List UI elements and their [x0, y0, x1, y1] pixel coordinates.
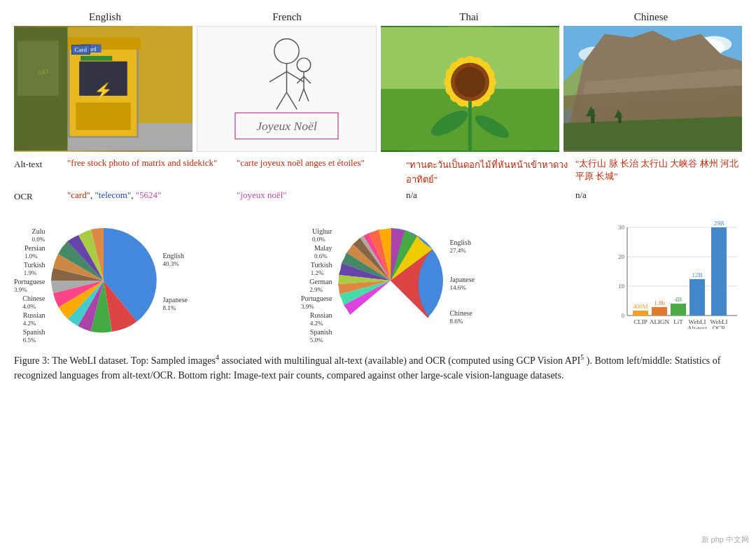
- svg-text:4B: 4B: [675, 296, 682, 303]
- svg-text:ALIGN: ALIGN: [650, 318, 669, 325]
- svg-rect-67: [633, 311, 648, 316]
- pie2-labels-right: English27.4% Japanese14.6% Chinese8.6%: [449, 239, 475, 325]
- alttext-cells: "free stock photo of matrix and sidekick…: [64, 157, 742, 187]
- pie2-label-russian: Russian4.2%: [310, 311, 332, 327]
- pie1-label-portuguese: Portuguese3.9%: [14, 278, 45, 293]
- page-container: English French Thai Chinese: [0, 0, 756, 395]
- alttext-label: Alt-text: [14, 157, 64, 170]
- watermark: 新 php 中文网: [701, 535, 749, 545]
- caption-prefix: Figure 3: The WebLI dataset. Top: Sample…: [14, 355, 216, 366]
- pie-chart-2: Uighur0.0% Malay0.6% Turkish1.2% German2…: [301, 220, 581, 344]
- pie2-label-german: German2.9%: [309, 278, 332, 293]
- pie2-label-english: English27.4%: [449, 239, 475, 255]
- svg-text:Card: Card: [85, 46, 96, 52]
- svg-text:29B: 29B: [713, 220, 724, 227]
- svg-text:20: 20: [618, 253, 625, 260]
- bottom-section: Zulu0.0% Persian1.0% Turkish1.9% Portugu…: [14, 220, 742, 344]
- ocr-row: OCR "card", "telecom", "5624" "joyeux no…: [14, 190, 742, 202]
- pie2-label-spanish: Spanish5.0%: [310, 328, 332, 344]
- svg-text:⚡: ⚡: [94, 82, 113, 100]
- pie1-label-zulu: Zulu0.0%: [32, 227, 46, 243]
- svg-text:12B: 12B: [692, 271, 702, 278]
- image-french: Joyeux Noël: [197, 26, 377, 152]
- pie2-labels-left: Uighur0.0% Malay0.6% Turkish1.2% German2…: [301, 220, 332, 344]
- pie2-label-malay: Malay0.6%: [314, 244, 332, 260]
- pie1-label-persian: Persian1.0%: [24, 244, 45, 260]
- svg-rect-73: [671, 304, 686, 316]
- lang-chinese: Chinese: [560, 11, 742, 23]
- svg-rect-5: [66, 37, 141, 50]
- pie1-label-spanish: Spanish6.5%: [23, 328, 46, 344]
- image-chinese: [564, 26, 742, 152]
- svg-rect-13: [18, 41, 59, 95]
- image-english: Card ⚡ ART: [14, 26, 192, 152]
- figure-caption: Figure 3: The WebLI dataset. Top: Sample…: [14, 352, 742, 383]
- images-row: Card ⚡ ART: [14, 26, 742, 152]
- pie2-label-japanese: Japanese14.6%: [449, 276, 475, 292]
- svg-text:1.8b: 1.8b: [654, 299, 665, 306]
- pie1-label-english: English40.3%: [162, 252, 188, 268]
- svg-rect-10: [76, 103, 130, 130]
- svg-rect-80: [711, 227, 727, 316]
- pie1-label-chinese: Chinese4.0%: [22, 295, 45, 310]
- alttext-thai: "ทานตะวันเป็นดอกไม้ที่หันหน้าเข้าหาดวงอา…: [403, 157, 573, 187]
- ocr-cells: "card", "telecom", "5624" "joyeux noël" …: [64, 190, 742, 201]
- svg-text:10: 10: [618, 283, 625, 290]
- pie1-label-japanese: Japanese8.1%: [162, 296, 188, 312]
- svg-text:30: 30: [618, 224, 625, 231]
- ocr-english: "card", "telecom", "5624": [64, 190, 234, 201]
- pie2-svg: [335, 225, 447, 339]
- alttext-english: "free stock photo of matrix and sidekick…: [64, 157, 234, 187]
- pie1-label-russian: Russian4.2%: [23, 311, 46, 327]
- svg-text:400M: 400M: [633, 303, 648, 310]
- pie2-label-turkish: Turkish1.2%: [311, 261, 332, 276]
- pie2-label-uighur: Uighur0.0%: [312, 227, 332, 243]
- svg-text:0: 0: [622, 312, 625, 319]
- ocr-chinese: n/a: [573, 190, 742, 201]
- lang-headers: English French Thai Chinese: [14, 11, 742, 23]
- caption-middle: associated with multilingual alt-text (a…: [219, 355, 580, 366]
- pie1-labels-right: English40.3% Japanese8.1%: [162, 252, 188, 312]
- lang-thai: Thai: [378, 11, 560, 23]
- svg-text:OCR: OCR: [713, 325, 726, 329]
- ocr-english-card: "card": [67, 190, 90, 200]
- alttext-row: Alt-text "free stock photo of matrix and…: [14, 157, 742, 187]
- image-section: English French Thai Chinese: [14, 11, 742, 212]
- svg-rect-9: [80, 56, 112, 61]
- pie-chart-1: Zulu0.0% Persian1.0% Turkish1.9% Portugu…: [14, 220, 294, 344]
- svg-text:Alt-text: Alt-text: [687, 325, 707, 329]
- info-rows: Alt-text "free stock photo of matrix and…: [14, 157, 742, 202]
- ocr-label: OCR: [14, 190, 64, 202]
- lang-french: French: [196, 11, 378, 23]
- svg-rect-70: [652, 307, 667, 316]
- pie1-labels-left: Zulu0.0% Persian1.0% Turkish1.9% Portugu…: [14, 220, 45, 344]
- pie2-label-chinese: Chinese8.6%: [449, 309, 475, 325]
- ocr-english-5624: "5624": [136, 190, 162, 200]
- pie1-label-turkish: Turkish1.9%: [24, 261, 46, 276]
- bar-chart: 30 20 10 0 400M CLIP 1.8b ALIGN 4B LiT: [588, 220, 742, 329]
- ocr-thai: n/a: [403, 190, 573, 201]
- pie1-svg: [48, 225, 160, 339]
- alttext-french: "carte joyeux noël anges et étoiles": [234, 157, 403, 187]
- alttext-chinese: "太行山 脉 长治 太行山 大峡谷 林州 河北 平原 长城": [573, 157, 742, 187]
- svg-text:CLIP: CLIP: [634, 318, 648, 325]
- svg-text:LiT: LiT: [673, 318, 683, 325]
- svg-point-41: [455, 67, 485, 97]
- image-thai: [381, 26, 559, 152]
- pie2-label-portuguese: Portuguese3.9%: [301, 295, 332, 310]
- svg-text:Joyeux Noël: Joyeux Noël: [256, 119, 317, 133]
- ocr-french: "joyeux noël": [234, 190, 403, 201]
- lang-english: English: [14, 11, 196, 23]
- ocr-english-telecom: "telecom": [94, 190, 131, 200]
- svg-rect-76: [690, 279, 705, 316]
